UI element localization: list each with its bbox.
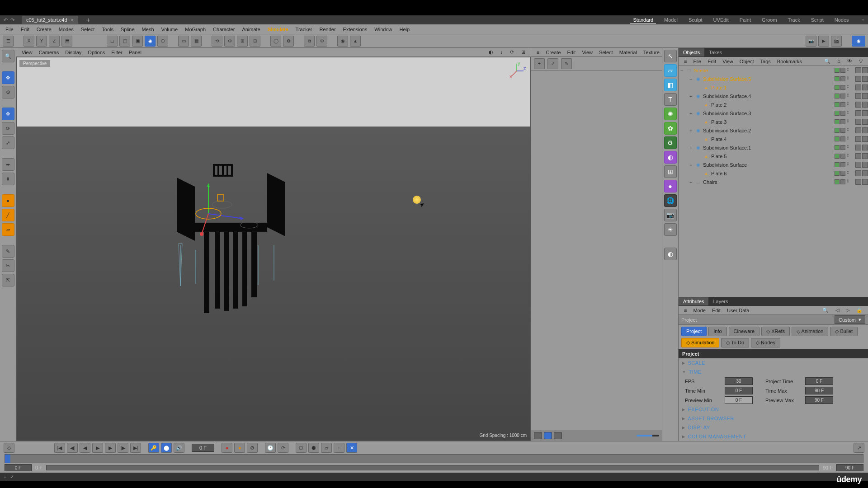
move-tool-icon[interactable]: ✥: [2, 108, 14, 120]
layout-paint[interactable]: Paint: [737, 16, 754, 24]
layers-tab[interactable]: Layers: [708, 297, 732, 305]
object-row[interactable]: ▲Plate.5: [679, 152, 868, 160]
field-icon[interactable]: ◐: [664, 151, 677, 164]
cube-prim-icon[interactable]: ◧: [664, 79, 677, 91]
attr-tab-button[interactable]: ◇ To Do: [721, 338, 749, 347]
opt4-icon[interactable]: ≡: [334, 443, 344, 453]
attr-group-asset[interactable]: ▶ASSET BROWSER: [681, 414, 865, 423]
menu-tools[interactable]: Tools: [99, 26, 116, 33]
attr-menu-mode[interactable]: Mode: [690, 307, 708, 314]
attr-group-display[interactable]: ▶DISPLAY: [681, 423, 865, 432]
attr-tab-button[interactable]: Cineware: [729, 327, 760, 336]
points-mode-icon[interactable]: ●: [2, 194, 14, 207]
viewport[interactable]: Perspective y z x: [16, 57, 531, 441]
objects-tab[interactable]: Objects: [679, 48, 704, 56]
vp-nav4-icon[interactable]: ⊞: [519, 48, 528, 56]
obj-menu-object[interactable]: Object: [737, 58, 757, 65]
reset-icon[interactable]: ⟲: [212, 36, 222, 47]
axis-z-button[interactable]: Z: [49, 36, 60, 47]
sphere-icon[interactable]: ●: [664, 180, 677, 192]
attr-tab-button[interactable]: ◇ XRefs: [761, 327, 790, 336]
tmin-input[interactable]: 0 F: [725, 387, 753, 394]
vp-menu-cameras[interactable]: Cameras: [36, 49, 62, 56]
cube2-icon[interactable]: ◫: [119, 36, 130, 47]
obj-menu-file[interactable]: File: [690, 58, 704, 65]
menu-modes[interactable]: Modes: [56, 26, 76, 33]
object-row[interactable]: −◻Scene: [679, 66, 868, 75]
menu-file[interactable]: File: [3, 26, 16, 33]
object-row[interactable]: +◉Subdivision Surface.1: [679, 143, 868, 152]
vp-menu-options[interactable]: Options: [85, 49, 108, 56]
attributes-tab[interactable]: Attributes: [679, 297, 708, 305]
timeline-playhead[interactable]: [5, 455, 10, 463]
menu-help[interactable]: Help: [396, 26, 412, 33]
vp-menu-panel[interactable]: Panel: [126, 49, 144, 56]
menu-edit[interactable]: Edit: [18, 26, 32, 33]
attr-tab-button[interactable]: ◇ Bullet: [830, 327, 858, 336]
attr-lock-icon[interactable]: 🔒: [854, 306, 865, 314]
grid1-icon[interactable]: ⊞: [237, 36, 248, 47]
object-row[interactable]: ▲Plate.6: [679, 169, 868, 178]
object-row[interactable]: −◉Subdivision Surface.5: [679, 75, 868, 83]
menu-tracker[interactable]: Tracker: [293, 26, 315, 33]
rotate-tool-icon[interactable]: ⟳: [2, 122, 14, 135]
ptime-input[interactable]: 0 F: [805, 377, 833, 385]
material-icon[interactable]: ◐: [664, 248, 677, 260]
tmax-input[interactable]: 90 F: [805, 387, 833, 394]
link-icon[interactable]: ↗: [547, 58, 558, 69]
vp-nav2-icon[interactable]: ↓: [498, 48, 506, 56]
menu-render[interactable]: Render: [316, 26, 338, 33]
vp-menu-view[interactable]: View: [19, 49, 35, 56]
grid-view-icon[interactable]: [544, 432, 552, 439]
menu-mesh[interactable]: Mesh: [139, 26, 157, 33]
loop-icon[interactable]: ⟳: [278, 443, 288, 453]
attr-tab-button[interactable]: Info: [708, 327, 726, 336]
autokey-icon[interactable]: 🔑: [148, 443, 159, 453]
layout-uvedit[interactable]: UVEdit: [711, 16, 731, 24]
attr-group-color[interactable]: ▶COLOR MANAGEMENT: [681, 432, 865, 441]
menu-animate[interactable]: Animate: [239, 26, 263, 33]
obj-eye-icon[interactable]: 👁: [844, 57, 855, 65]
gear-tool-icon[interactable]: ⚙: [2, 86, 14, 99]
camera-icon[interactable]: 📷: [806, 36, 816, 47]
current-frame[interactable]: 0 F: [192, 444, 214, 452]
attr-tab-button[interactable]: Project: [681, 327, 707, 336]
live-select-icon[interactable]: ✥: [2, 71, 14, 84]
settings-icon[interactable]: ⚙: [316, 36, 327, 47]
transform2-icon[interactable]: ⬍: [2, 173, 14, 185]
cube3-icon[interactable]: ▣: [132, 36, 143, 47]
clock-icon[interactable]: 🕐: [265, 443, 276, 453]
attr-group-execution[interactable]: ▶EXECUTION: [681, 405, 865, 414]
eyedropper-icon[interactable]: ✎: [561, 58, 572, 69]
gear-green-icon[interactable]: ⚙: [664, 136, 677, 149]
mat-menu-material[interactable]: Material: [617, 49, 640, 56]
prev-frame-icon[interactable]: ◀: [80, 443, 90, 453]
object-row[interactable]: ▲Plate.3: [679, 117, 868, 126]
menu-window[interactable]: Window: [372, 26, 395, 33]
history-button[interactable]: ☰: [3, 36, 14, 47]
mat-menu-select[interactable]: Select: [596, 49, 616, 56]
panel-ham-icon[interactable]: ≡: [534, 49, 542, 56]
obj-home-icon[interactable]: ⌂: [835, 57, 843, 65]
rec-pos-icon[interactable]: ●: [222, 443, 232, 453]
floor-icon[interactable]: ▭: [178, 36, 189, 47]
circle1-icon[interactable]: ◯: [270, 36, 281, 47]
reckey-icon[interactable]: ⬤: [161, 443, 172, 453]
menu-mograph[interactable]: MoGraph: [182, 26, 208, 33]
deformer-icon[interactable]: ⬡: [157, 36, 168, 47]
object-row[interactable]: +◻Chairs: [679, 178, 868, 186]
timeline-ruler[interactable]: [5, 454, 863, 463]
mirror-icon[interactable]: ⧉: [304, 36, 315, 47]
mat-menu-view[interactable]: View: [579, 49, 595, 56]
vp-menu-filter[interactable]: Filter: [108, 49, 125, 56]
large-view-icon[interactable]: [554, 432, 562, 439]
attr-menu-userdata[interactable]: User Data: [724, 307, 752, 314]
transform-icon[interactable]: ⬌: [2, 158, 14, 171]
attr-fwd-icon[interactable]: ▷: [843, 306, 852, 314]
obj-menu-view[interactable]: View: [720, 58, 736, 65]
extrude-icon[interactable]: ⇱: [2, 274, 14, 286]
text-icon[interactable]: T: [664, 93, 677, 106]
attr-group-scale[interactable]: ▶SCALE: [681, 358, 865, 367]
range-end[interactable]: 90 F: [836, 464, 863, 471]
layout-icon[interactable]: ⊞: [664, 165, 677, 178]
